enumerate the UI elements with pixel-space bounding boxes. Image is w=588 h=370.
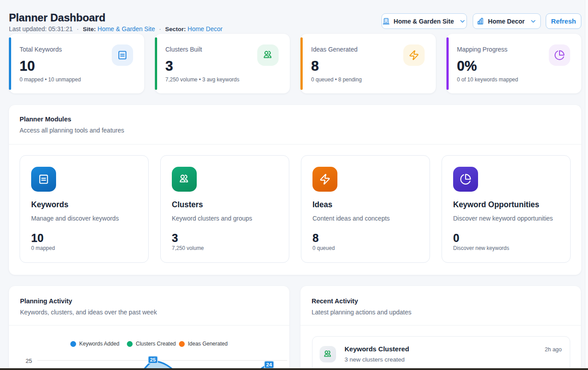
svg-text:24: 24: [266, 362, 272, 367]
svg-text:25: 25: [150, 357, 156, 362]
